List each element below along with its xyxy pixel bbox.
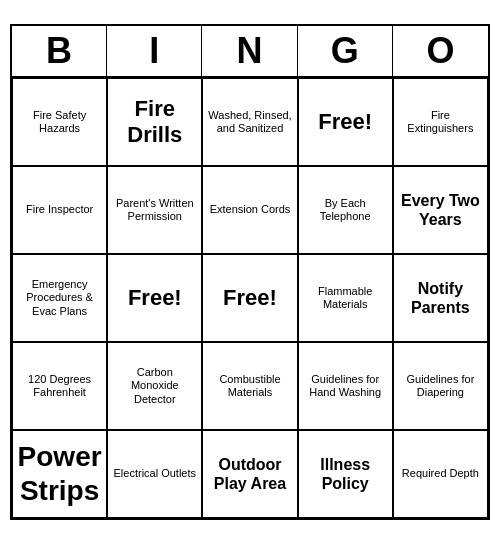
bingo-cell-8: By Each Telephone [298, 166, 393, 254]
letter-g: G [298, 26, 393, 76]
letter-n: N [202, 26, 297, 76]
bingo-cell-17: Combustible Materials [202, 342, 297, 430]
bingo-cell-19: Guidelines for Diapering [393, 342, 488, 430]
bingo-cell-11: Free! [107, 254, 202, 342]
bingo-cell-7: Extension Cords [202, 166, 297, 254]
bingo-cell-5: Fire Inspector [12, 166, 107, 254]
bingo-cell-15: 120 Degrees Fahrenheit [12, 342, 107, 430]
bingo-cell-1: Fire Drills [107, 78, 202, 166]
bingo-cell-16: Carbon Monoxide Detector [107, 342, 202, 430]
bingo-cell-18: Guidelines for Hand Washing [298, 342, 393, 430]
bingo-card: B I N G O Fire Safety HazardsFire Drills… [10, 24, 490, 520]
bingo-cell-2: Washed, Rinsed, and Sanitized [202, 78, 297, 166]
letter-o: O [393, 26, 488, 76]
bingo-cell-20: Power Strips [12, 430, 107, 518]
bingo-cell-10: Emergency Procedures & Evac Plans [12, 254, 107, 342]
bingo-cell-0: Fire Safety Hazards [12, 78, 107, 166]
bingo-cell-12: Free! [202, 254, 297, 342]
bingo-cell-6: Parent's Written Permission [107, 166, 202, 254]
bingo-cell-9: Every Two Years [393, 166, 488, 254]
bingo-cell-4: Fire Extinguishers [393, 78, 488, 166]
bingo-cell-14: Notify Parents [393, 254, 488, 342]
letter-i: I [107, 26, 202, 76]
bingo-cell-13: Flammable Materials [298, 254, 393, 342]
bingo-header: B I N G O [12, 26, 488, 78]
bingo-cell-24: Required Depth [393, 430, 488, 518]
bingo-cell-23: Illness Policy [298, 430, 393, 518]
bingo-cell-22: Outdoor Play Area [202, 430, 297, 518]
bingo-cell-3: Free! [298, 78, 393, 166]
bingo-cell-21: Electrical Outlets [107, 430, 202, 518]
letter-b: B [12, 26, 107, 76]
bingo-grid: Fire Safety HazardsFire DrillsWashed, Ri… [12, 78, 488, 518]
